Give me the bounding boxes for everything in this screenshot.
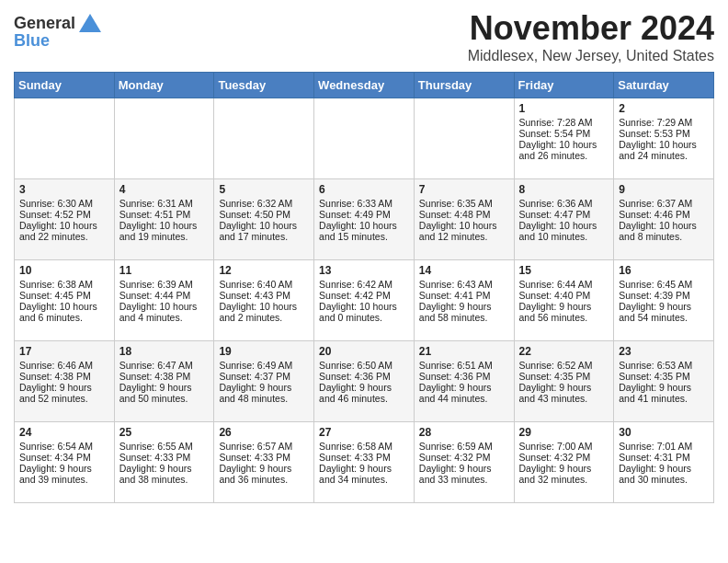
calendar-body: 1Sunrise: 7:28 AMSunset: 5:54 PMDaylight… bbox=[15, 98, 714, 503]
day-info: Sunset: 4:43 PM bbox=[219, 290, 309, 301]
logo-icon: General bbox=[14, 14, 101, 33]
month-title: November 2024 bbox=[468, 9, 714, 48]
day-number: 27 bbox=[319, 426, 409, 439]
day-info: Daylight: 9 hours and 41 minutes. bbox=[619, 382, 709, 404]
day-number: 20 bbox=[319, 345, 409, 358]
day-info: Sunrise: 6:58 AM bbox=[319, 441, 409, 452]
day-cell: 9Sunrise: 6:37 AMSunset: 4:46 PMDaylight… bbox=[614, 179, 714, 260]
day-info: Sunset: 4:44 PM bbox=[119, 290, 210, 301]
day-info: Sunrise: 6:46 AM bbox=[19, 360, 109, 371]
day-info: Daylight: 9 hours and 43 minutes. bbox=[519, 382, 609, 404]
header-row: SundayMondayTuesdayWednesdayThursdayFrid… bbox=[15, 73, 714, 98]
day-number: 2 bbox=[619, 102, 709, 115]
day-number: 24 bbox=[19, 426, 109, 439]
day-info: Sunrise: 6:57 AM bbox=[219, 441, 309, 452]
day-info: Sunrise: 7:29 AM bbox=[619, 117, 709, 128]
day-info: Daylight: 10 hours and 0 minutes. bbox=[319, 301, 409, 323]
day-number: 29 bbox=[519, 426, 609, 439]
day-info: Daylight: 10 hours and 4 minutes. bbox=[119, 301, 210, 323]
day-info: Sunset: 4:52 PM bbox=[19, 209, 109, 220]
day-info: Sunset: 4:36 PM bbox=[319, 371, 409, 382]
day-cell: 26Sunrise: 6:57 AMSunset: 4:33 PMDayligh… bbox=[214, 422, 314, 503]
day-info: Sunrise: 6:50 AM bbox=[319, 360, 409, 371]
day-info: Daylight: 9 hours and 50 minutes. bbox=[119, 382, 210, 404]
day-info: Sunrise: 7:00 AM bbox=[519, 441, 609, 452]
location-title: Middlesex, New Jersey, United States bbox=[468, 48, 714, 64]
day-info: Sunrise: 6:32 AM bbox=[219, 198, 309, 209]
day-info: Sunset: 4:33 PM bbox=[119, 452, 210, 463]
day-cell: 3Sunrise: 6:30 AMSunset: 4:52 PMDaylight… bbox=[15, 179, 115, 260]
day-info: Sunset: 4:33 PM bbox=[319, 452, 409, 463]
week-row-1: 1Sunrise: 7:28 AMSunset: 5:54 PMDaylight… bbox=[15, 98, 714, 179]
day-number: 8 bbox=[519, 183, 609, 196]
day-info: Sunset: 4:32 PM bbox=[419, 452, 509, 463]
day-cell: 4Sunrise: 6:31 AMSunset: 4:51 PMDaylight… bbox=[114, 179, 214, 260]
day-info: Daylight: 10 hours and 22 minutes. bbox=[19, 220, 109, 242]
day-info: Sunrise: 6:54 AM bbox=[19, 441, 109, 452]
day-info: Daylight: 9 hours and 36 minutes. bbox=[219, 463, 309, 485]
day-info: Daylight: 9 hours and 44 minutes. bbox=[419, 382, 509, 404]
day-info: Daylight: 9 hours and 30 minutes. bbox=[619, 463, 709, 485]
day-number: 25 bbox=[119, 426, 210, 439]
day-cell: 6Sunrise: 6:33 AMSunset: 4:49 PMDaylight… bbox=[314, 179, 415, 260]
day-number: 28 bbox=[419, 426, 509, 439]
day-cell: 30Sunrise: 7:01 AMSunset: 4:31 PMDayligh… bbox=[614, 422, 714, 503]
day-cell: 1Sunrise: 7:28 AMSunset: 5:54 PMDaylight… bbox=[514, 98, 614, 179]
day-info: Sunset: 4:35 PM bbox=[619, 371, 709, 382]
day-info: Daylight: 10 hours and 10 minutes. bbox=[519, 220, 609, 242]
day-cell: 10Sunrise: 6:38 AMSunset: 4:45 PMDayligh… bbox=[15, 260, 115, 341]
day-info: Daylight: 9 hours and 33 minutes. bbox=[419, 463, 509, 485]
day-info: Daylight: 9 hours and 54 minutes. bbox=[619, 301, 709, 323]
title-area: November 2024 Middlesex, New Jersey, Uni… bbox=[468, 9, 714, 64]
day-cell: 21Sunrise: 6:51 AMSunset: 4:36 PMDayligh… bbox=[414, 341, 514, 422]
day-info: Sunset: 4:33 PM bbox=[219, 452, 309, 463]
day-info: Daylight: 10 hours and 12 minutes. bbox=[419, 220, 509, 242]
day-number: 26 bbox=[219, 426, 309, 439]
day-cell: 7Sunrise: 6:35 AMSunset: 4:48 PMDaylight… bbox=[414, 179, 514, 260]
day-number: 16 bbox=[619, 264, 709, 277]
day-info: Daylight: 9 hours and 34 minutes. bbox=[319, 463, 409, 485]
day-cell: 12Sunrise: 6:40 AMSunset: 4:43 PMDayligh… bbox=[214, 260, 314, 341]
day-cell: 2Sunrise: 7:29 AMSunset: 5:53 PMDaylight… bbox=[614, 98, 714, 179]
header-cell-tuesday: Tuesday bbox=[214, 73, 314, 98]
logo-general-text: General bbox=[14, 14, 75, 33]
day-info: Sunset: 5:54 PM bbox=[519, 128, 609, 139]
day-cell bbox=[214, 98, 314, 179]
day-info: Sunset: 4:31 PM bbox=[619, 452, 709, 463]
day-cell: 15Sunrise: 6:44 AMSunset: 4:40 PMDayligh… bbox=[514, 260, 614, 341]
day-number: 17 bbox=[19, 345, 109, 358]
day-info: Daylight: 10 hours and 24 minutes. bbox=[619, 139, 709, 161]
day-info: Sunrise: 6:36 AM bbox=[519, 198, 609, 209]
day-info: Sunset: 4:47 PM bbox=[519, 209, 609, 220]
day-info: Daylight: 10 hours and 26 minutes. bbox=[519, 139, 609, 161]
header-cell-sunday: Sunday bbox=[15, 73, 115, 98]
header-cell-saturday: Saturday bbox=[614, 73, 714, 98]
day-cell bbox=[314, 98, 415, 179]
day-info: Daylight: 9 hours and 56 minutes. bbox=[519, 301, 609, 323]
day-info: Sunset: 4:36 PM bbox=[419, 371, 509, 382]
day-info: Sunrise: 7:01 AM bbox=[619, 441, 709, 452]
day-number: 10 bbox=[19, 264, 109, 277]
day-cell: 22Sunrise: 6:52 AMSunset: 4:35 PMDayligh… bbox=[514, 341, 614, 422]
header-cell-wednesday: Wednesday bbox=[314, 73, 415, 98]
day-info: Sunrise: 6:30 AM bbox=[19, 198, 109, 209]
day-info: Sunrise: 6:38 AM bbox=[19, 279, 109, 290]
day-cell: 27Sunrise: 6:58 AMSunset: 4:33 PMDayligh… bbox=[314, 422, 415, 503]
day-cell: 28Sunrise: 6:59 AMSunset: 4:32 PMDayligh… bbox=[414, 422, 514, 503]
day-number: 30 bbox=[619, 426, 709, 439]
day-info: Sunrise: 6:49 AM bbox=[219, 360, 309, 371]
day-number: 23 bbox=[619, 345, 709, 358]
day-info: Sunset: 4:39 PM bbox=[619, 290, 709, 301]
day-info: Sunset: 4:34 PM bbox=[19, 452, 109, 463]
day-info: Sunset: 4:35 PM bbox=[519, 371, 609, 382]
day-info: Sunset: 4:48 PM bbox=[419, 209, 509, 220]
day-cell: 5Sunrise: 6:32 AMSunset: 4:50 PMDaylight… bbox=[214, 179, 314, 260]
day-cell: 18Sunrise: 6:47 AMSunset: 4:38 PMDayligh… bbox=[114, 341, 214, 422]
day-info: Sunset: 4:38 PM bbox=[119, 371, 210, 382]
day-info: Sunrise: 6:33 AM bbox=[319, 198, 409, 209]
day-info: Daylight: 9 hours and 46 minutes. bbox=[319, 382, 409, 404]
day-info: Sunset: 4:50 PM bbox=[219, 209, 309, 220]
day-info: Sunrise: 6:59 AM bbox=[419, 441, 509, 452]
header: General Blue November 2024 Middlesex, Ne… bbox=[14, 9, 714, 64]
day-number: 12 bbox=[219, 264, 309, 277]
